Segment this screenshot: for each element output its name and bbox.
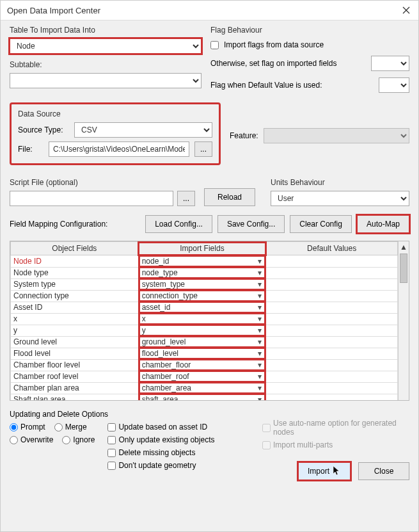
default-value-cell[interactable]	[266, 267, 398, 278]
import-button[interactable]: Import	[298, 462, 351, 480]
units-select[interactable]: User	[271, 191, 409, 206]
dropdown-icon[interactable]: ▾	[256, 314, 264, 323]
import-field-cell[interactable]: system_type▾	[139, 278, 266, 290]
save-config-button[interactable]: Save Config...	[217, 215, 285, 233]
dropdown-icon[interactable]: ▾	[256, 303, 264, 312]
scroll-up-arrow-icon[interactable]: ▲	[399, 241, 409, 252]
default-value-cell[interactable]	[266, 394, 398, 400]
import-field-cell[interactable]: asset_id▾	[139, 302, 266, 313]
table-row[interactable]: System typesystem_type▾	[11, 278, 398, 290]
import-field-cell[interactable]: flood_level▾	[139, 348, 266, 359]
flag-heading: Flag Behaviour	[210, 26, 409, 35]
script-file-input[interactable]	[10, 191, 173, 206]
default-value-cell[interactable]	[266, 313, 398, 325]
delete-missing-checkbox[interactable]	[107, 449, 116, 457]
prompt-radio[interactable]	[10, 423, 18, 431]
object-field-cell: x	[11, 313, 139, 325]
import-field-cell[interactable]: x▾	[139, 313, 266, 325]
default-value-cell[interactable]	[266, 325, 398, 336]
object-field-cell: Node ID	[11, 255, 139, 268]
overwrite-radio[interactable]	[10, 436, 18, 444]
import-field-cell[interactable]: ground_level▾	[139, 336, 266, 348]
default-value-cell[interactable]	[266, 336, 398, 348]
source-type-select[interactable]: CSV	[74, 122, 212, 138]
object-field-cell: System type	[11, 278, 139, 290]
object-field-cell: Chamber floor level	[11, 359, 139, 371]
dropdown-icon[interactable]: ▾	[256, 268, 264, 277]
dropdown-icon[interactable]: ▾	[256, 395, 264, 400]
close-icon[interactable]	[400, 4, 412, 16]
units-heading: Units Behaviour	[271, 178, 409, 187]
file-label: File:	[18, 145, 43, 154]
object-field-cell: Chamber plan area	[11, 382, 139, 394]
feature-select	[264, 128, 409, 143]
dropdown-icon[interactable]: ▾	[256, 337, 264, 346]
update-asset-checkbox[interactable]	[107, 423, 116, 431]
default-value-cell[interactable]	[266, 359, 398, 371]
import-field-cell[interactable]: shaft_area▾	[139, 394, 266, 400]
col-object-header: Object Fields	[11, 242, 139, 255]
default-value-cell[interactable]	[266, 255, 398, 268]
import-field-cell[interactable]: chamber_area▾	[139, 382, 266, 394]
import-flags-checkbox[interactable]	[210, 41, 219, 49]
field-mapping-table[interactable]: Object Fields Import Fields Default Valu…	[10, 241, 398, 400]
default-value-cell[interactable]	[266, 278, 398, 290]
table-row[interactable]: yy▾	[11, 325, 398, 336]
fmc-label: Field Mapping Configuration:	[10, 220, 107, 229]
import-field-cell[interactable]: node_type▾	[139, 267, 266, 278]
file-browse-button[interactable]: ...	[194, 141, 212, 157]
default-flag-select[interactable]	[379, 77, 409, 93]
subtable-select[interactable]	[10, 73, 202, 88]
default-value-cell[interactable]	[266, 290, 398, 302]
otherwise-select[interactable]	[371, 56, 409, 71]
table-row[interactable]: Chamber floor levelchamber_floor▾	[11, 359, 398, 371]
close-button[interactable]: Close	[358, 462, 409, 480]
dropdown-icon[interactable]: ▾	[256, 372, 264, 381]
table-row[interactable]: Flood levelflood_level▾	[11, 348, 398, 359]
dropdown-icon[interactable]: ▾	[256, 257, 264, 266]
import-field-cell[interactable]: chamber_roof▾	[139, 371, 266, 382]
ignore-radio[interactable]	[62, 436, 70, 444]
script-browse-button[interactable]: ...	[177, 191, 195, 206]
reload-button[interactable]: Reload	[204, 188, 255, 206]
table-row[interactable]: Node typenode_type▾	[11, 267, 398, 278]
default-value-cell[interactable]	[266, 371, 398, 382]
dropdown-icon[interactable]: ▾	[256, 291, 264, 300]
table-scrollbar[interactable]: ▲	[398, 241, 409, 400]
load-config-button[interactable]: Load Config...	[145, 215, 212, 233]
default-value-cell[interactable]	[266, 302, 398, 313]
table-row[interactable]: xx▾	[11, 313, 398, 325]
default-value-cell[interactable]	[266, 382, 398, 394]
dropdown-icon[interactable]: ▾	[256, 383, 264, 392]
subtable-label: Subtable:	[10, 60, 202, 69]
import-field-cell[interactable]: chamber_floor▾	[139, 359, 266, 371]
import-field-cell[interactable]: connection_type▾	[139, 290, 266, 302]
file-input[interactable]	[49, 141, 189, 157]
dropdown-icon[interactable]: ▾	[256, 349, 264, 358]
table-into-label: Table To Import Data Into	[10, 26, 202, 35]
dont-update-geom-checkbox[interactable]	[107, 462, 116, 470]
merge-radio[interactable]	[54, 423, 63, 431]
object-field-cell: Shaft plan area	[11, 394, 139, 400]
col-default-header: Default Values	[266, 242, 398, 255]
table-row[interactable]: Shaft plan areashaft_area▾	[11, 394, 398, 400]
dropdown-icon[interactable]: ▾	[256, 360, 264, 369]
table-row[interactable]: Chamber roof levelchamber_roof▾	[11, 371, 398, 382]
automap-button[interactable]: Auto-Map	[357, 215, 409, 233]
table-row[interactable]: Connection typeconnection_type▾	[11, 290, 398, 302]
object-field-cell: Chamber roof level	[11, 371, 139, 382]
clear-config-button[interactable]: Clear Config	[290, 215, 352, 233]
default-value-cell[interactable]	[266, 348, 398, 359]
table-row[interactable]: Node IDnode_id▾	[11, 255, 398, 268]
otherwise-label: Otherwise, set flag on imported fields	[210, 59, 366, 68]
table-row[interactable]: Ground levelground_level▾	[11, 336, 398, 348]
import-field-cell[interactable]: y▾	[139, 325, 266, 336]
dropdown-icon[interactable]: ▾	[256, 280, 264, 289]
dropdown-icon[interactable]: ▾	[256, 326, 264, 335]
table-into-select[interactable]: Node	[10, 38, 202, 54]
table-row[interactable]: Chamber plan areachamber_area▾	[11, 382, 398, 394]
scroll-thumb[interactable]	[400, 254, 407, 283]
table-row[interactable]: Asset IDasset_id▾	[11, 302, 398, 313]
only-update-checkbox[interactable]	[107, 436, 116, 444]
import-field-cell[interactable]: node_id▾	[139, 255, 266, 267]
